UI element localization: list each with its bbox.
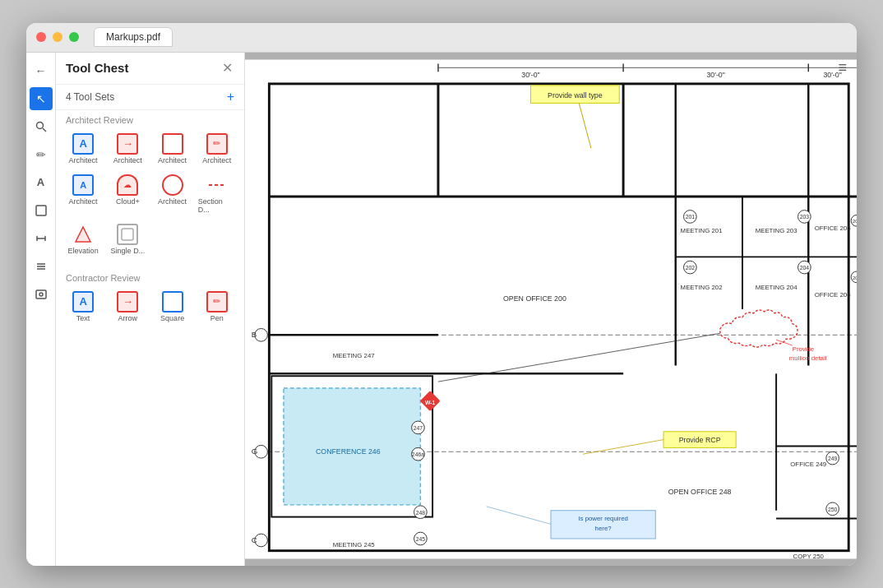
- svg-rect-9: [36, 290, 46, 299]
- tool-label-architect-4: Architect: [202, 156, 231, 164]
- tool-label-contractor-square: Square: [160, 314, 184, 322]
- svg-text:204: 204: [800, 265, 810, 271]
- tool-icon-contractor-arrow: →: [117, 291, 138, 313]
- add-tool-set-button[interactable]: +: [227, 90, 234, 104]
- photo-icon[interactable]: [30, 283, 53, 306]
- layers-icon[interactable]: [30, 255, 53, 278]
- tool-label-architect-6: Architect: [158, 197, 187, 206]
- svg-line-1: [43, 128, 46, 132]
- content-area: ← ↖ ✏ A Tool Chest ✕: [26, 53, 857, 566]
- tool-icon-text2-blue: A: [72, 174, 94, 196]
- search-icon[interactable]: [30, 115, 53, 138]
- cursor-icon[interactable]: ↖: [30, 87, 53, 110]
- svg-text:OPEN OFFICE 248: OPEN OFFICE 248: [668, 488, 732, 496]
- tool-item-contractor-pen[interactable]: ✏ Pen: [196, 288, 238, 326]
- svg-text:OFFICE 206: OFFICE 206: [815, 291, 852, 299]
- svg-text:MEETING 247: MEETING 247: [333, 351, 375, 359]
- tool-label-cloud: Cloud+: [116, 197, 140, 206]
- tool-item-square-red[interactable]: Architect: [152, 130, 193, 168]
- tool-icon-text-blue: A: [72, 133, 94, 155]
- tool-label-contractor-text: Text: [76, 314, 90, 322]
- tool-sets-label: 4 Tool Sets: [66, 91, 114, 103]
- svg-text:MEETING 204: MEETING 204: [756, 283, 798, 290]
- svg-text:CONFERENCE 246: CONFERENCE 246: [316, 447, 381, 456]
- tool-item-pen-red[interactable]: ✏ Architect: [196, 130, 238, 168]
- tool-icon-circle-red: [162, 174, 183, 196]
- tool-label-contractor-pen: Pen: [210, 314, 224, 322]
- svg-text:Is power required: Is power required: [578, 515, 627, 522]
- measure-icon[interactable]: [30, 227, 53, 250]
- markups-tab[interactable]: Markups.pdf: [94, 27, 173, 47]
- hamburger-menu[interactable]: ≡: [838, 59, 847, 76]
- tool-icon-contractor-square: [162, 291, 183, 313]
- tool-icon-arrow-red: →: [117, 133, 138, 155]
- architect-tool-grid: A Architect → Architect Architect: [62, 130, 238, 258]
- svg-point-10: [39, 293, 43, 296]
- svg-text:MEETING 201: MEETING 201: [681, 227, 723, 234]
- tool-item-single-d[interactable]: Single D...: [107, 220, 148, 258]
- tool-chest-title: Tool Chest: [66, 61, 128, 75]
- title-bar: Markups.pdf: [26, 23, 857, 53]
- tool-label-contractor-arrow: Arrow: [118, 314, 138, 322]
- tool-item-arrow-red[interactable]: → Architect: [107, 130, 148, 168]
- svg-text:247: 247: [414, 424, 423, 430]
- tool-item-cloud-red[interactable]: ☁ Cloud+: [107, 171, 148, 217]
- tool-label-single-d: Single D...: [111, 247, 146, 255]
- svg-rect-2: [36, 206, 46, 215]
- app-window: Markups.pdf ← ↖ ✏ A: [26, 23, 857, 566]
- svg-text:205: 205: [853, 219, 857, 224]
- svg-text:245: 245: [416, 535, 426, 541]
- back-icon[interactable]: ←: [30, 59, 53, 82]
- svg-point-0: [36, 122, 43, 128]
- svg-text:250: 250: [828, 506, 838, 512]
- svg-text:246a: 246a: [412, 451, 424, 457]
- tool-label-elevation: Elevation: [68, 247, 99, 255]
- tool-item-text-blue[interactable]: A Architect: [62, 130, 104, 168]
- svg-text:here?: here?: [595, 525, 613, 532]
- tool-item-dash-red[interactable]: Section D...: [196, 171, 238, 217]
- svg-text:MEETING 245: MEETING 245: [333, 540, 376, 548]
- svg-text:Provide: Provide: [793, 345, 815, 352]
- sidebar-icons: ← ↖ ✏ A: [26, 53, 56, 566]
- minimize-traffic-light[interactable]: [53, 32, 62, 42]
- svg-rect-12: [122, 229, 133, 240]
- svg-text:203: 203: [800, 214, 810, 220]
- svg-text:202: 202: [686, 265, 696, 271]
- text-icon[interactable]: A: [30, 171, 53, 194]
- tool-icon-contractor-pen: ✏: [206, 291, 228, 313]
- tool-item-text2-blue[interactable]: A Architect: [62, 171, 104, 217]
- blueprint-svg: 30'-0" 30'-0" 30'-0" B G C: [245, 53, 857, 566]
- svg-text:OPEN OFFICE 200: OPEN OFFICE 200: [503, 294, 566, 303]
- tool-chest-panel: Tool Chest ✕ 4 Tool Sets + Architect Rev…: [56, 53, 245, 566]
- architect-review-label: Architect Review: [62, 115, 238, 125]
- svg-text:30'-0": 30'-0": [521, 71, 539, 79]
- svg-text:MEETING 203: MEETING 203: [756, 227, 798, 234]
- tool-chest-scroll-area[interactable]: Architect Review A Architect → Architect: [56, 110, 244, 566]
- blueprint-area[interactable]: ≡ 30'-0" 30'-0" 30'-0" B G: [245, 53, 857, 566]
- svg-text:Provide wall type: Provide wall type: [548, 90, 603, 99]
- svg-text:MEETING 202: MEETING 202: [681, 283, 723, 290]
- tool-item-contractor-text[interactable]: A Text: [62, 288, 104, 326]
- svg-text:mullion detail: mullion detail: [789, 354, 827, 361]
- svg-text:206: 206: [853, 275, 857, 280]
- svg-text:W-1: W-1: [425, 399, 436, 405]
- svg-text:COPY 250: COPY 250: [793, 553, 825, 560]
- shapes-icon[interactable]: [30, 199, 53, 222]
- close-traffic-light[interactable]: [36, 32, 46, 42]
- close-tool-chest-button[interactable]: ✕: [220, 61, 234, 76]
- tool-item-elevation[interactable]: Elevation: [62, 220, 104, 258]
- tool-item-contractor-arrow[interactable]: → Arrow: [107, 288, 148, 326]
- tool-icon-contractor-text: A: [72, 291, 94, 313]
- tool-icon-elevation: [72, 224, 94, 245]
- architect-review-section: Architect Review A Architect → Architect: [56, 110, 244, 268]
- tool-icon-single-d: [117, 224, 138, 245]
- fullscreen-traffic-light[interactable]: [69, 32, 79, 42]
- tool-item-contractor-square[interactable]: Square: [152, 288, 193, 326]
- tool-item-circle-red[interactable]: Architect: [152, 171, 193, 217]
- tool-label-architect-3: Architect: [158, 156, 187, 164]
- svg-text:Provide RCP: Provide RCP: [679, 436, 721, 444]
- tool-icon-cloud-red: ☁: [117, 174, 138, 196]
- contractor-tool-grid: A Text → Arrow Square ✏: [62, 288, 238, 326]
- pen-icon[interactable]: ✏: [30, 143, 53, 166]
- contractor-review-section: Contractor Review A Text → Arrow Square: [56, 268, 244, 336]
